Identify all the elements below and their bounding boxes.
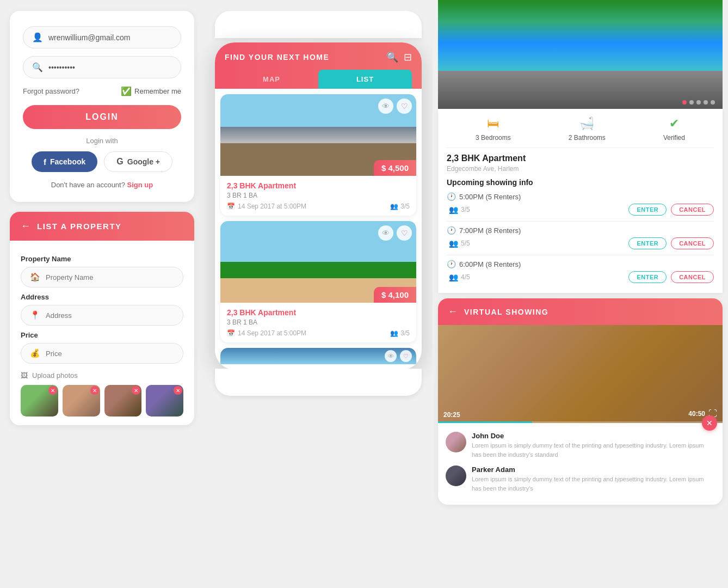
renters-icon-2: 👥 [390, 329, 398, 337]
chat-text-1: Lorem ipsum is simply dummy text of the … [472, 441, 715, 459]
login-meta: Forgot password? ✅ Remember me [23, 86, 181, 96]
renters-count-3: 4/5 [461, 273, 470, 281]
property-name-input[interactable] [46, 273, 174, 281]
login-button[interactable]: LOGIN [23, 105, 181, 129]
dot-5[interactable] [711, 100, 715, 105]
hide-icon-2[interactable]: 👁 [378, 225, 393, 241]
google-btn-label: Google + [127, 157, 160, 166]
dot-1[interactable] [682, 100, 687, 105]
phone-header: FIND YOUR NEXT HOME 🔍 ⊟ MAP LIST [215, 42, 422, 89]
tab-map[interactable]: MAP [225, 70, 318, 89]
back-arrow-icon[interactable]: ← [21, 220, 30, 232]
property-info-2: 2,3 BHK Apartment 3 BR 1 BA 📅 14 Sep 201… [220, 303, 416, 342]
renters-count-2: 5/5 [461, 240, 470, 247]
remove-photo-1[interactable]: ✕ [48, 386, 57, 395]
dot-4[interactable] [704, 100, 708, 105]
remove-photo-2[interactable]: ✕ [90, 386, 99, 395]
address-input[interactable] [46, 311, 174, 320]
email-input[interactable] [48, 33, 172, 42]
cancel-button-1[interactable]: CANCEL [671, 204, 714, 216]
verified-info: ✔ Verified [663, 117, 685, 142]
bathrooms-label: 2 Bathrooms [569, 134, 606, 142]
tab-list[interactable]: LIST [318, 70, 412, 89]
price-input-row[interactable]: 💰 [21, 343, 183, 364]
clock-icon-2: 🕐 [447, 226, 456, 235]
vs-header: ← VIRTUAL SHOWING [438, 298, 723, 325]
remember-me-label: Remember me [134, 87, 181, 95]
vs-back-arrow[interactable]: ← [448, 306, 458, 317]
property-img-2: 👁 ♡ $ 4,100 [220, 221, 416, 303]
upload-icon: 🖼 [21, 371, 28, 379]
showing-time-1: 🕐 5:00PM (5 Renters) [447, 192, 714, 201]
login-card: 👤 🔍 Forgot password? ✅ Remember me LOGIN… [10, 11, 194, 202]
property-card-3-partial: 👁 ♡ [220, 348, 416, 364]
property-renters-2: 👥 3/5 [390, 329, 410, 337]
vs-close-button[interactable]: ✕ [702, 415, 717, 431]
facebook-login-button[interactable]: f Facebook [32, 151, 97, 172]
upload-photos-label: Upload photos [32, 371, 78, 379]
password-input[interactable] [48, 63, 172, 72]
favorite-icon-2[interactable]: ♡ [397, 225, 412, 241]
phone-tabs: MAP LIST [225, 70, 412, 89]
address-input-row[interactable]: 📍 [21, 305, 183, 326]
vs-time-current: 20:25 [443, 411, 460, 419]
upload-photos-button[interactable]: 🖼 Upload photos [21, 371, 183, 379]
calendar-icon-1: 📅 [227, 203, 235, 210]
list-property-card: ← LIST A PROPERTY Property Name 🏠 Addres… [10, 212, 194, 425]
showing-btns-3: ENTER CANCEL [628, 271, 714, 283]
address-label: Address [21, 293, 183, 301]
showing-item-1: 🕐 5:00PM (5 Renters) 👥 3/5 ENTER CANCEL [447, 192, 714, 216]
showing-actions-1: 👥 3/5 ENTER CANCEL [447, 204, 714, 216]
photo-thumb-2: ✕ [63, 385, 100, 416]
property-date-text-1: 14 Sep 2017 at 5:00PM [238, 203, 306, 210]
property-date-2: 📅 14 Sep 2017 at 5:00PM [227, 329, 306, 337]
forgot-password-link[interactable]: Forgot password? [23, 87, 79, 95]
clock-icon-1: 🕐 [447, 192, 456, 201]
cancel-button-3[interactable]: CANCEL [671, 271, 714, 283]
chat-content-2: Parker Adam Lorem ipsum is simply dummy … [472, 465, 715, 493]
email-input-row[interactable]: 👤 [23, 26, 181, 48]
enter-button-3[interactable]: ENTER [628, 271, 667, 283]
renters-icon-1: 👥 [449, 205, 458, 214]
clock-icon-3: 🕐 [447, 260, 456, 268]
login-with-label: Login with [23, 137, 181, 145]
password-input-row[interactable]: 🔍 [23, 56, 181, 78]
vs-video: 20:25 40:50 ⛶ [438, 325, 723, 423]
showing-btns-1: ENTER CANCEL [628, 204, 714, 216]
dot-2[interactable] [689, 100, 694, 105]
photo-thumb-3: ✕ [104, 385, 142, 416]
photo-thumbnails: ✕ ✕ ✕ ✕ [21, 385, 183, 416]
chat-content-1: John Doe Lorem ipsum is simply dummy tex… [472, 432, 715, 459]
renters-icon-1: 👥 [390, 203, 398, 210]
divider-1 [447, 221, 714, 222]
showing-time-2: 🕐 7:00PM (8 Renters) [447, 226, 714, 235]
google-icon: G [116, 157, 123, 167]
property-name-label: Property Name [21, 255, 183, 263]
dot-3[interactable] [696, 100, 701, 105]
remove-photo-4[interactable]: ✕ [174, 386, 182, 395]
favorite-icon-3[interactable]: ♡ [400, 350, 412, 362]
signup-text: Don't have an account? [51, 181, 125, 189]
apartment-address: Edgecombe Ave, Harlem [447, 165, 714, 173]
price-input[interactable] [46, 350, 174, 358]
price-label: Price [21, 331, 183, 339]
filter-icon[interactable]: ⊟ [404, 51, 412, 63]
list-property-body: Property Name 🏠 Address 📍 Price 💰 🖼 Uplo… [10, 241, 194, 425]
hide-icon-1[interactable]: 👁 [378, 99, 393, 114]
cancel-button-2[interactable]: CANCEL [671, 237, 714, 249]
property-action-btns-2: 👁 ♡ [378, 225, 412, 241]
signup-link[interactable]: Sign up [127, 181, 153, 189]
remove-photo-3[interactable]: ✕ [132, 386, 140, 395]
search-icon[interactable]: 🔍 [386, 51, 398, 63]
virtual-showing-card: ← VIRTUAL SHOWING 20:25 40:50 ⛶ ✕ [438, 298, 723, 505]
image-dots [682, 100, 715, 105]
price-badge-2: $ 4,100 [374, 287, 416, 303]
location-icon: 📍 [30, 310, 40, 320]
favorite-icon-1[interactable]: ♡ [397, 99, 412, 114]
hide-icon-3[interactable]: 👁 [385, 350, 397, 362]
enter-button-1[interactable]: ENTER [628, 204, 667, 216]
enter-button-2[interactable]: ENTER [628, 237, 667, 249]
avatar-john-doe [446, 432, 466, 452]
google-login-button[interactable]: G Google + [104, 151, 172, 172]
property-name-input-row[interactable]: 🏠 [21, 267, 183, 287]
